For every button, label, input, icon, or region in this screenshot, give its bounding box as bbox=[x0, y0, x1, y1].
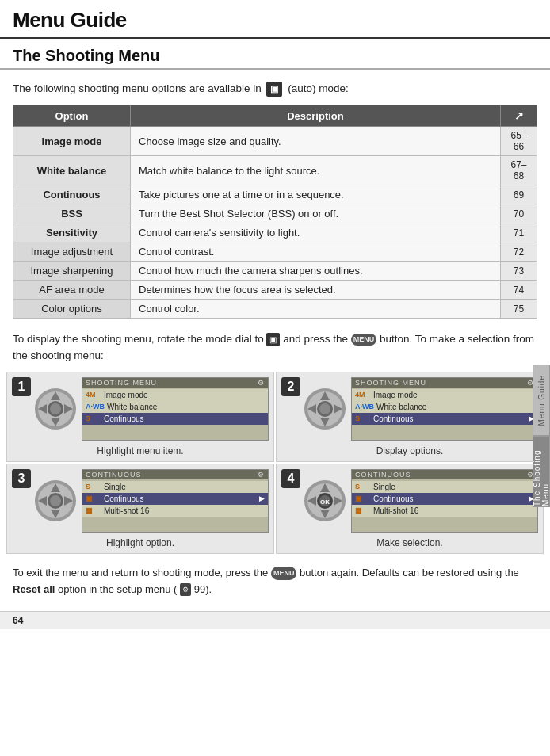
cam-menu-rows: S Single ▣ Continuous ▶ ▦ Multi-shot 16 bbox=[82, 479, 268, 518]
bottom-text3: option in the setup menu ( bbox=[58, 583, 177, 595]
cam-row-label: Image mode bbox=[104, 391, 148, 399]
cam-menu-rows: 4M Image mode A·WB White balance S Conti… bbox=[352, 388, 537, 426]
cam-menu-row: A·WB White balance bbox=[352, 401, 537, 413]
table-page-cell: 65–66 bbox=[501, 127, 537, 156]
cam-menu-row: S Single bbox=[82, 481, 268, 493]
screen-title: SHOOTING MENU bbox=[86, 379, 157, 387]
cam-screen-header: SHOOTING MENU ⚙ bbox=[82, 378, 268, 388]
step-number: 3 bbox=[12, 469, 31, 488]
cam-row-icon: 4M bbox=[355, 391, 371, 399]
bottom-text1: To exit the menu and return to shooting … bbox=[13, 567, 271, 578]
dpad-container bbox=[34, 388, 77, 430]
table-row: Image sharpening bbox=[13, 262, 131, 281]
right-sidebar: Menu Guide The Shooting Menu bbox=[533, 365, 550, 507]
cam-row-label: Multi-shot 16 bbox=[373, 506, 418, 515]
step-caption: Display options. bbox=[376, 444, 444, 456]
page-bar: 64 bbox=[0, 611, 550, 629]
cam-row-label: Single bbox=[104, 483, 126, 491]
sidebar-tab-menu-guide: Menu Guide bbox=[533, 365, 550, 436]
dpad bbox=[304, 388, 346, 430]
cam-screen: CONTINUOUS ⚙ S Single ▣ Continuous ▶ ▦ M… bbox=[82, 469, 269, 533]
cam-row-label: Continuous bbox=[104, 414, 144, 423]
col-header-desc: Description bbox=[131, 105, 501, 127]
table-page-cell: 70 bbox=[501, 204, 537, 223]
cam-menu-row: A·WB White balance bbox=[82, 401, 268, 413]
svg-text:OK: OK bbox=[320, 498, 330, 506]
desc-text2: and press the bbox=[283, 333, 351, 345]
cam-screen-header: CONTINUOUS ⚙ bbox=[352, 470, 537, 479]
cam-row-icon: ▣ bbox=[355, 494, 371, 502]
cam-menu-row: ▣ Continuous ▶ bbox=[82, 493, 268, 505]
screen-title: SHOOTING MENU bbox=[355, 379, 426, 387]
table-desc-cell: Control color. bbox=[131, 300, 501, 319]
cam-screen-header: CONTINUOUS ⚙ bbox=[82, 470, 268, 479]
cam-row-label: White balance bbox=[107, 403, 157, 411]
cam-row-icon: ▦ bbox=[86, 506, 101, 514]
bottom-menu-btn: MENU bbox=[271, 567, 297, 579]
screen-icon: ⚙ bbox=[258, 379, 265, 387]
step-caption: Highlight option. bbox=[106, 536, 174, 548]
step-4: 4 OK CONTINUOUS ⚙ S S bbox=[276, 464, 544, 554]
cam-row-icon: S bbox=[86, 414, 101, 422]
step-inner: SHOOTING MENU ⚙ 4M Image mode A·WB White… bbox=[304, 377, 538, 441]
sidebar-tab-shooting-menu: The Shooting Menu bbox=[533, 436, 550, 507]
table-desc-cell: Control camera's sensitivity to light. bbox=[131, 223, 501, 242]
cam-menu-row: ▦ Multi-shot 16 bbox=[352, 505, 537, 517]
desc-text1: To display the shooting menu, rotate the… bbox=[13, 333, 266, 345]
table-page-cell: 67–68 bbox=[501, 156, 537, 185]
cam-row-label: Continuous bbox=[373, 494, 414, 503]
table-row: White balance bbox=[13, 156, 131, 185]
table-row: AF area mode bbox=[13, 281, 131, 300]
cam-row-icon: 4M bbox=[86, 391, 101, 399]
cam-row-icon: S bbox=[355, 483, 371, 491]
menu-btn-icon: MENU bbox=[351, 334, 377, 346]
step-inner: OK CONTINUOUS ⚙ S Single ▣ Continuous ▶ … bbox=[304, 469, 538, 533]
intro-text: The following shooting menu options are … bbox=[0, 76, 550, 105]
cam-screen-header: SHOOTING MENU ⚙ bbox=[352, 378, 537, 388]
cam-row-label: Multi-shot 16 bbox=[104, 506, 149, 515]
dpad bbox=[34, 479, 77, 522]
table-desc-cell: Take pictures one at a time or in a sequ… bbox=[131, 185, 501, 204]
cam-row-label: Continuous bbox=[104, 494, 144, 503]
cam-row-label: Continuous bbox=[373, 414, 414, 423]
table-desc-cell: Match white balance to the light source. bbox=[131, 156, 501, 185]
dpad-ok: OK bbox=[304, 479, 346, 522]
desc-para: To display the shooting menu, rotate the… bbox=[0, 328, 550, 372]
sidebar-tab-shooting-menu-label: The Shooting Menu bbox=[533, 437, 550, 506]
steps-grid: 1 SHOOTING MENU ⚙ bbox=[6, 372, 544, 554]
table-row: Continuous bbox=[13, 185, 131, 204]
cam-menu-row: S Single bbox=[352, 481, 537, 493]
svg-point-7 bbox=[50, 403, 61, 414]
table-row: Color options bbox=[13, 300, 131, 319]
cam-row-icon: ▣ bbox=[86, 494, 101, 502]
screen-title: CONTINUOUS bbox=[355, 471, 411, 479]
cam-menu-rows: S Single ▣ Continuous ▶ ▦ Multi-shot 16 bbox=[352, 479, 537, 518]
step-2: 2 SHOOTING MENU ⚙ bbox=[276, 372, 544, 462]
cam-row-label: White balance bbox=[376, 403, 426, 411]
table-desc-cell: Determines how the focus area is selecte… bbox=[131, 281, 501, 300]
cam-row-label: Single bbox=[373, 483, 395, 491]
table-page-cell: 73 bbox=[501, 262, 537, 281]
cam-screen: CONTINUOUS ⚙ S Single ▣ Continuous ▶ ▦ M… bbox=[351, 469, 538, 533]
col-header-page: ↗ bbox=[501, 105, 537, 127]
cam-menu-row: ▦ Multi-shot 16 bbox=[82, 505, 268, 517]
table-desc-cell: Control how much the camera sharpens out… bbox=[131, 262, 501, 281]
svg-point-15 bbox=[319, 403, 330, 414]
table-desc-cell: Turn the Best Shot Selector (BSS) on or … bbox=[131, 204, 501, 223]
intro-mode: (auto) mode: bbox=[288, 82, 349, 94]
cam-screen: SHOOTING MENU ⚙ 4M Image mode A·WB White… bbox=[82, 377, 269, 441]
dpad-container: OK bbox=[304, 479, 346, 522]
cam-menu-rows: 4M Image mode A·WB White balance S Conti… bbox=[82, 388, 268, 426]
reset-all-label: Reset all bbox=[13, 583, 55, 595]
intro-text-part1: The following shooting menu options are … bbox=[13, 82, 262, 94]
cam-row-label: Image mode bbox=[373, 391, 418, 399]
step-number: 2 bbox=[281, 377, 300, 396]
step-inner: CONTINUOUS ⚙ S Single ▣ Continuous ▶ ▦ M… bbox=[34, 469, 269, 533]
bottom-para: To exit the menu and return to shooting … bbox=[0, 560, 550, 606]
step-caption: Make selection. bbox=[376, 536, 442, 548]
svg-point-23 bbox=[50, 495, 61, 506]
table-page-cell: 75 bbox=[501, 300, 537, 319]
screen-icon: ⚙ bbox=[258, 471, 265, 479]
cam-menu-row: 4M Image mode bbox=[82, 389, 268, 401]
bottom-text4: 99). bbox=[194, 583, 212, 595]
